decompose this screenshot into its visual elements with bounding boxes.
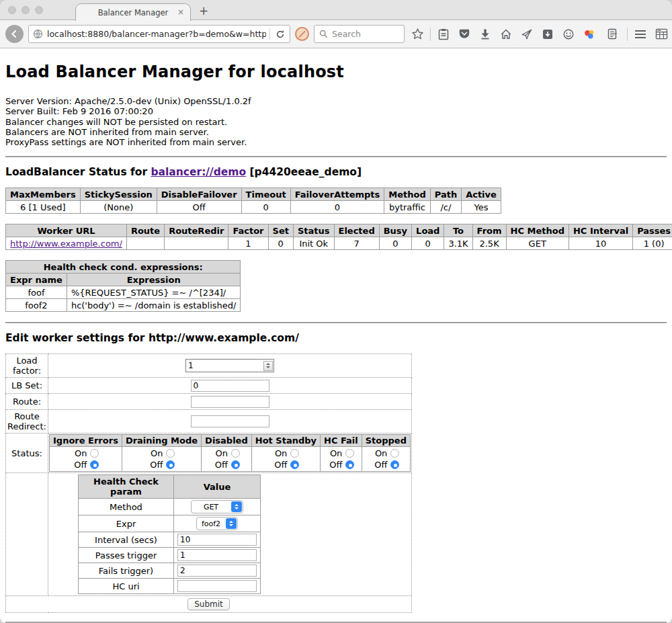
- table-cell: 7: [334, 237, 379, 250]
- extension-download-icon[interactable]: [540, 26, 556, 42]
- expr-name-header: Expr name: [6, 274, 67, 286]
- route-redirect-input[interactable]: [191, 415, 269, 427]
- send-tab-icon[interactable]: [519, 26, 535, 42]
- submit-button[interactable]: Submit: [187, 598, 230, 610]
- table-header-row: MaxMembersStickySessionDisableFailoverTi…: [6, 188, 501, 201]
- interval-secs-input[interactable]: [177, 534, 257, 546]
- onoff-line: On: [53, 448, 118, 459]
- worker-url-link[interactable]: http://www.example.com/: [10, 239, 122, 249]
- bookmark-star-icon[interactable]: [409, 26, 425, 42]
- radio-on[interactable]: [290, 449, 299, 458]
- reading-list-icon[interactable]: [435, 26, 452, 42]
- divider: [5, 156, 667, 157]
- url-text: localhost:8880/balancer-manager?b=demo&w…: [47, 29, 266, 39]
- number-spinner-icon[interactable]: [263, 361, 273, 371]
- table-cell: bytraffic: [384, 201, 430, 214]
- fails-trigger-input[interactable]: [177, 565, 257, 577]
- table-cell: 3.1K: [444, 237, 472, 250]
- column-header: Busy: [379, 224, 411, 237]
- page-actions-icon[interactable]: ▾: [602, 26, 622, 42]
- page-content: Load Balancer Manager for localhost Serv…: [0, 48, 672, 623]
- load-factor-label: Load factor:: [6, 354, 48, 378]
- hc-uri-input[interactable]: [177, 580, 257, 592]
- table-cell: 0: [379, 237, 411, 250]
- column-header: To: [444, 224, 472, 237]
- table-cell: 1 (0): [633, 237, 672, 250]
- table-cell: 6 [1 Used]: [6, 201, 81, 214]
- active-tab[interactable]: Balancer Manager ×: [75, 3, 191, 21]
- radio-on[interactable]: [390, 449, 399, 458]
- table-header-row: Worker URLRouteRouteRedirFactorSetStatus…: [6, 224, 672, 237]
- search-input[interactable]: [332, 29, 392, 39]
- radio-on[interactable]: [345, 449, 354, 458]
- radio-off-selected[interactable]: [90, 460, 99, 469]
- toolbar-divider: [627, 28, 628, 41]
- hc-param-label: Expr: [79, 515, 174, 532]
- table-cell: 10: [569, 237, 632, 250]
- select-stepper-icon: [231, 501, 242, 512]
- tiles-grid-icon[interactable]: [653, 26, 669, 42]
- balancer-demo-link[interactable]: balancer://demo: [151, 166, 246, 178]
- new-tab-button[interactable]: +: [199, 4, 208, 17]
- form-row: LB Set:: [6, 378, 412, 394]
- radio-off-selected[interactable]: [290, 460, 299, 469]
- method-select[interactable]: GET: [191, 500, 243, 513]
- radio-off-selected[interactable]: [231, 460, 240, 469]
- status-column-header: HC Fail: [321, 435, 362, 447]
- edit-worker-heading: Edit worker settings for http://www.exam…: [5, 332, 667, 344]
- radio-off-selected[interactable]: [345, 460, 354, 469]
- lb-set-input[interactable]: [191, 380, 269, 392]
- back-button[interactable]: [5, 25, 24, 43]
- downloads-icon[interactable]: [477, 26, 493, 42]
- menu-hamburger-icon[interactable]: [632, 26, 648, 42]
- window-minimize-button[interactable]: [22, 6, 30, 14]
- radio-on[interactable]: [231, 449, 240, 458]
- url-bar[interactable]: localhost:8880/balancer-manager?b=demo&w…: [28, 25, 290, 43]
- edit-worker-form: Load factor: 1 LB Set: Route:: [5, 354, 412, 613]
- radio-off-selected[interactable]: [390, 460, 399, 469]
- hc-row: Fails trigger): [79, 563, 261, 579]
- onoff-line: Off: [324, 459, 358, 470]
- window-zoom-button[interactable]: [35, 6, 43, 14]
- radio-label: Off: [213, 459, 228, 470]
- pocket-icon[interactable]: [456, 26, 472, 42]
- table-row: http://www.example.com/10Init Ok7003.1K2…: [6, 237, 672, 250]
- table-cell: 2.5K: [472, 237, 506, 250]
- load-factor-input[interactable]: 1: [185, 359, 274, 372]
- chat-smiley-icon[interactable]: [560, 26, 577, 42]
- status-column-header: Draining Mode: [122, 435, 201, 447]
- hc-row: Passes trigger: [79, 548, 261, 563]
- home-icon[interactable]: [498, 26, 514, 42]
- reload-icon[interactable]: [274, 26, 287, 42]
- search-bar[interactable]: [314, 25, 405, 43]
- expr-table-caption: Health check cond. expressions:: [6, 261, 241, 274]
- radio-on[interactable]: [166, 449, 175, 458]
- hc-param-label: Interval (secs): [79, 532, 174, 548]
- window-close-button[interactable]: [8, 6, 16, 14]
- status-radio-cell: OnOff: [122, 447, 201, 472]
- site-globe-icon: [32, 28, 44, 40]
- select-value: foof2: [197, 520, 225, 528]
- form-row: Load factor: 1: [6, 354, 412, 378]
- radio-on[interactable]: [90, 449, 99, 458]
- inherit-note-line: Balancers are NOT inherited from main se…: [5, 127, 667, 137]
- status-radio-cell: OnOff: [202, 447, 252, 472]
- status-column-header: Ignore Errors: [50, 435, 122, 447]
- expression-header: Expression: [67, 274, 241, 286]
- health-check-row: Health Check param Value MethodGETExprfo…: [6, 473, 412, 596]
- status-radio-cell: OnOff: [362, 447, 410, 472]
- onoff-line: On: [205, 448, 248, 459]
- health-check-param-table: Health Check param Value MethodGETExprfo…: [78, 474, 261, 594]
- divider: [5, 322, 667, 323]
- column-header: RouteRedir: [165, 224, 228, 237]
- status-radio-cell: OnOff: [251, 447, 320, 472]
- colored-dots-extension-icon[interactable]: [581, 26, 597, 42]
- route-input[interactable]: [191, 396, 269, 408]
- tab-close-icon[interactable]: ×: [177, 7, 184, 17]
- balancer-status-table: MaxMembersStickySessionDisableFailoverTi…: [5, 188, 501, 214]
- adblock-disabled-icon[interactable]: [295, 27, 309, 41]
- passes-trigger-input[interactable]: [177, 549, 257, 561]
- radio-off-selected[interactable]: [166, 460, 175, 469]
- column-header: Path: [430, 188, 461, 201]
- expr-select[interactable]: foof2: [196, 517, 238, 530]
